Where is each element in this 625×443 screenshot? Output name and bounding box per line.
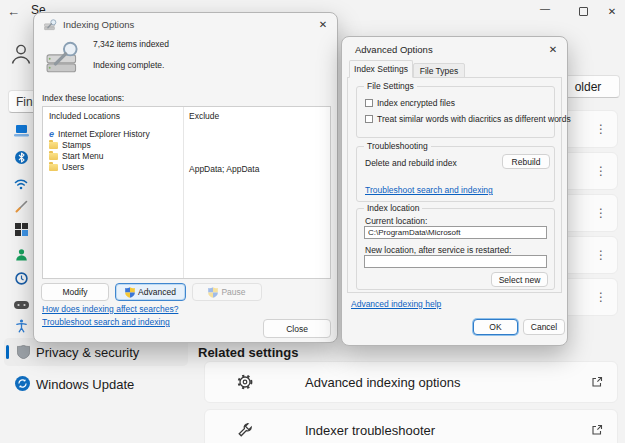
rebuild-button[interactable]: Rebuild [502, 154, 550, 169]
selection-accent-bar [6, 345, 9, 359]
screen: ← Se — ✕ Find a [0, 0, 625, 443]
gear-icon [237, 374, 253, 390]
related-card-indexer-troubleshooter[interactable]: Indexer troubleshooter [204, 409, 618, 443]
sidebar-item-windows-update[interactable]: Windows Update [4, 370, 188, 398]
modify-button[interactable]: Modify [41, 283, 109, 301]
indexing-status-text: Indexing complete. [93, 60, 164, 70]
ok-button[interactable]: OK [473, 319, 518, 335]
more-options-button[interactable]: ⋮ [595, 164, 607, 178]
folder-icon [49, 164, 58, 171]
exclude-value-users: AppData; AppData [189, 164, 259, 174]
cancel-button[interactable]: Cancel [523, 319, 565, 335]
sidebar-item-time-language[interactable] [15, 271, 28, 289]
items-indexed-text: 7,342 items indexed [93, 39, 169, 49]
new-location-label: New location, after service is restarted… [365, 245, 511, 255]
sidebar-item-accounts[interactable] [15, 247, 28, 265]
dialog-title: Advanced Options [355, 44, 433, 55]
current-location-label: Current location: [365, 216, 427, 226]
clock-icon [15, 272, 28, 285]
close-dialog-button[interactable]: ✕ [315, 17, 331, 32]
new-location-field[interactable] [364, 255, 547, 268]
location-row-users[interactable]: Users [49, 162, 84, 172]
sidebar-item-gaming[interactable] [14, 296, 29, 314]
indexed-locations-list[interactable]: Included Locations Exclude e Internet Ex… [42, 106, 331, 279]
maximize-button[interactable] [579, 7, 588, 16]
indexing-options-dialog: Indexing Options ✕ 7,342 items indexed I… [33, 12, 338, 343]
sidebar-item-bluetooth[interactable] [15, 150, 28, 168]
location-name: Users [62, 162, 84, 172]
uac-shield-icon [125, 287, 135, 298]
checkbox-label: Treat similar words with diacritics as d… [377, 114, 571, 124]
location-row-start-menu[interactable]: Start Menu [49, 151, 104, 161]
troubleshoot-search-link[interactable]: Troubleshoot search and indexing [365, 185, 493, 195]
accounts-icon [15, 248, 28, 261]
tab-index-settings[interactable]: Index Settings [349, 60, 413, 78]
index-locations-label: Index these locations: [42, 93, 124, 103]
location-row-ie-history[interactable]: e Internet Explorer History [49, 129, 150, 139]
minimize-button[interactable]: — [540, 3, 550, 14]
indexing-options-icon [44, 19, 58, 31]
tab-label: Index Settings [354, 64, 408, 74]
sidebar-item-network[interactable] [14, 176, 28, 194]
more-options-button[interactable]: ⋮ [595, 122, 607, 136]
more-options-button[interactable]: ⋮ [595, 248, 607, 262]
location-name: Start Menu [62, 151, 104, 161]
wrench-icon [237, 422, 253, 438]
location-name: Stamps [62, 140, 91, 150]
card-label: Advanced indexing options [305, 375, 460, 390]
sidebar-item-system[interactable] [14, 123, 29, 141]
wifi-icon [14, 179, 28, 190]
index-settings-tab-panel: File Settings Index encrypted files Trea… [347, 77, 562, 293]
troubleshoot-link[interactable]: Troubleshoot search and indexing [42, 317, 170, 327]
location-name: Internet Explorer History [58, 129, 150, 139]
related-settings-heading: Related settings [198, 345, 298, 360]
external-link-icon [591, 424, 603, 436]
close-window-button[interactable]: ✕ [605, 4, 619, 18]
ok-label: OK [489, 322, 501, 332]
column-header-exclude: Exclude [189, 111, 219, 121]
how-indexing-affects-link[interactable]: How does indexing affect searches? [42, 304, 178, 314]
modify-label: Modify [62, 287, 87, 297]
close-button[interactable]: Close [263, 319, 331, 338]
sidebar-item-personalization[interactable] [15, 199, 28, 217]
back-icon[interactable]: ← [7, 4, 20, 19]
related-card-advanced-indexing[interactable]: Advanced indexing options [204, 361, 618, 403]
advanced-options-dialog: Advanced Options ✕ Index Settings File T… [341, 36, 568, 346]
sidebar-item-accessibility[interactable] [15, 319, 28, 337]
checkbox-diacritics[interactable]: Treat similar words with diacritics as d… [365, 114, 571, 124]
avatar[interactable] [8, 41, 34, 71]
pause-label: Pause [221, 287, 245, 297]
tab-label: File Types [420, 66, 459, 76]
person-icon [8, 41, 34, 67]
checkbox-icon[interactable] [365, 99, 373, 107]
cancel-label: Cancel [531, 322, 557, 332]
external-link-icon [591, 376, 603, 388]
select-new-button[interactable]: Select new [491, 272, 548, 287]
brush-icon [15, 200, 28, 213]
advanced-indexing-help-link[interactable]: Advanced indexing help [351, 299, 441, 309]
folder-icon [49, 142, 58, 149]
sidebar-item-apps[interactable] [15, 222, 28, 240]
more-options-button[interactable]: ⋮ [595, 290, 607, 304]
rebuild-description: Delete and rebuild index [365, 158, 457, 168]
close-dialog-button[interactable]: ✕ [545, 42, 561, 57]
group-legend: Index location [364, 203, 422, 213]
gamepad-icon [14, 300, 29, 310]
sidebar-item-label: Windows Update [36, 377, 134, 392]
more-options-button[interactable]: ⋮ [595, 206, 607, 220]
button-label-partial: older [575, 80, 602, 94]
windows-update-icon [15, 376, 30, 391]
tab-file-types[interactable]: File Types [413, 63, 465, 78]
column-header-included: Included Locations [49, 111, 120, 121]
checkbox-label: Index encrypted files [377, 98, 455, 108]
advanced-label: Advanced [138, 287, 176, 297]
system-icon [14, 125, 29, 137]
uac-shield-icon [208, 287, 218, 298]
folder-icon [49, 153, 58, 160]
current-location-field[interactable] [364, 226, 547, 239]
advanced-button[interactable]: Advanced [115, 283, 186, 301]
location-row-stamps[interactable]: Stamps [49, 140, 91, 150]
internet-explorer-icon: e [49, 130, 54, 138]
checkbox-index-encrypted[interactable]: Index encrypted files [365, 98, 455, 108]
checkbox-icon[interactable] [365, 115, 373, 123]
